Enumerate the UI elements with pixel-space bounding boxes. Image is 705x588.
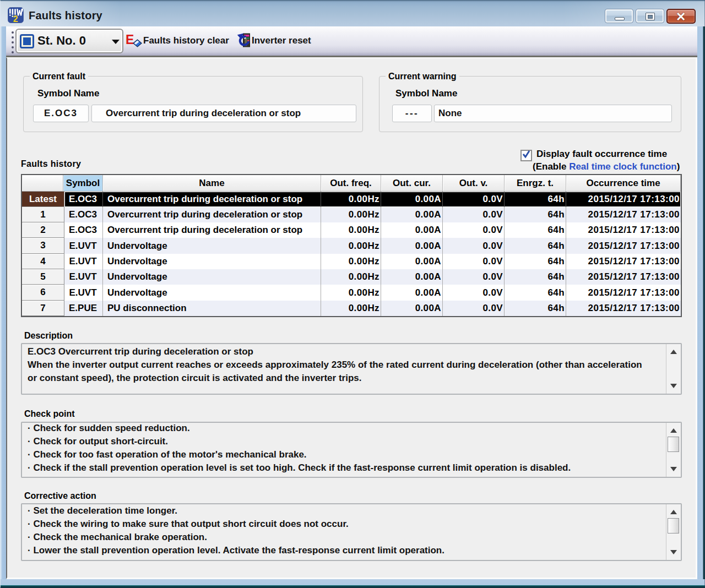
svg-text:2: 2 — [13, 14, 18, 24]
